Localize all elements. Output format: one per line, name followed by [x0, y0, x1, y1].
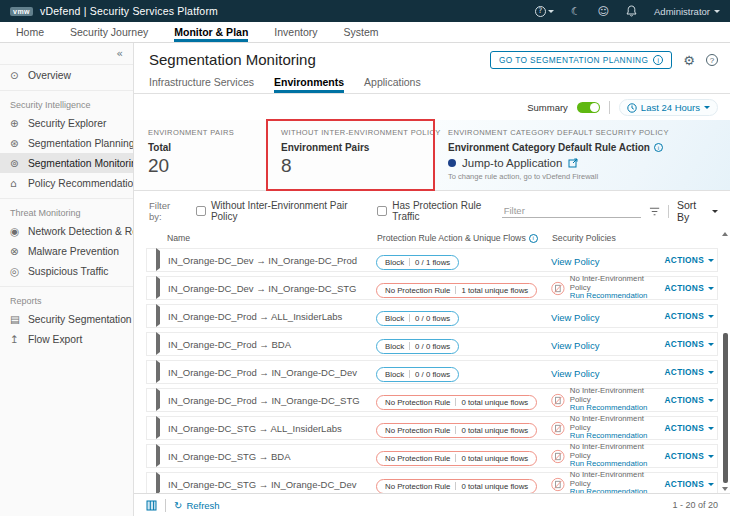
sidebar-item-overview[interactable]: ⊙Overview	[0, 65, 133, 85]
scroll-down-icon[interactable]	[722, 487, 728, 491]
actions-label: ACTIONS	[665, 339, 704, 349]
checkbox-icon[interactable]	[377, 206, 387, 216]
security-explorer-icon: ⊕	[10, 117, 22, 129]
row-actions-button[interactable]: ACTIONS	[659, 367, 717, 377]
filter-without-policy-checkbox[interactable]: Without Inter-Environment Pair Policy	[196, 200, 364, 222]
user-menu-button[interactable]: Administrator	[654, 6, 720, 17]
filter-funnel-icon[interactable]	[649, 207, 660, 216]
run-recommendation-link[interactable]: Run Recommendation	[570, 460, 659, 469]
sidebar-item-suspicious-traffic[interactable]: ◎Suspicious Traffic	[0, 261, 133, 281]
external-link-icon[interactable]	[568, 158, 578, 168]
sidebar-nav: ⊙OverviewSecurity Intelligence⊕Security …	[0, 65, 133, 349]
run-recommendation-link[interactable]: Run Recommendation	[570, 488, 659, 493]
nav-item-system[interactable]: System	[344, 26, 379, 42]
notifications-button[interactable]	[626, 5, 637, 17]
time-range-button[interactable]: Last 24 Hours	[619, 99, 718, 116]
row-actions-button[interactable]: ACTIONS	[659, 451, 717, 461]
page-help-button[interactable]: ?	[706, 54, 718, 66]
row-actions-button[interactable]: ACTIONS	[659, 311, 717, 321]
run-recommendation-link[interactable]: Run Recommendation	[570, 292, 659, 301]
chevron-down-icon	[708, 287, 714, 290]
view-policy-link[interactable]: View Policy	[551, 312, 599, 323]
card-header: ENVIRONMENT PAIRS	[148, 128, 253, 137]
column-settings-icon[interactable]	[146, 500, 157, 511]
rule-action-note: To change rule action, go to vDefend Fir…	[448, 172, 716, 181]
settings-button[interactable]: ⚙	[683, 54, 695, 67]
nav-item-security-journey[interactable]: Security Journey	[70, 26, 148, 42]
row-expand-icon[interactable]	[156, 360, 160, 383]
main-nav: Home Security Journey Monitor & Plan Inv…	[0, 22, 730, 43]
table-row: IN_Orange-DC_Prod → ALL_InsiderLabs Bloc…	[146, 304, 718, 328]
scroll-up-icon[interactable]	[722, 232, 728, 236]
nav-item-inventory[interactable]: Inventory	[274, 26, 317, 42]
policy-recommendations-icon: ⌂	[10, 177, 22, 189]
nav-item-home[interactable]: Home	[16, 26, 44, 42]
theme-toggle-button[interactable]: ☾	[571, 6, 581, 17]
sidebar-item-malware-prevention[interactable]: ⊗Malware Prevention	[0, 241, 133, 261]
row-expand-icon[interactable]	[156, 276, 160, 299]
row-actions-button[interactable]: ACTIONS	[659, 395, 717, 405]
feedback-button[interactable]: ☺	[598, 6, 609, 17]
malware-prevention-icon: ⊗	[10, 245, 22, 257]
refresh-button[interactable]: ↻ Refresh	[174, 500, 220, 511]
row-expand-icon[interactable]	[156, 416, 160, 439]
help-menu-button[interactable]: ?	[535, 6, 554, 17]
row-expand-icon[interactable]	[156, 388, 160, 411]
sidebar-item-policy-recommendations[interactable]: ⌂Policy Recommendations	[0, 173, 133, 193]
run-recommendation-link[interactable]: Run Recommendation	[570, 432, 659, 441]
run-recommendation-link[interactable]: Run Recommendation	[570, 404, 659, 413]
sidebar-item-segmentation-monitoring[interactable]: ⊚Segmentation Monitoring	[0, 153, 133, 173]
checkbox-icon[interactable]	[196, 206, 206, 216]
sidebar-item-security-segmentation-report[interactable]: ▤Security Segmentation R...	[0, 309, 133, 329]
tab-environments[interactable]: Environments	[274, 76, 344, 93]
protection-rule-pill: No Protection Rule 0 total unique flows	[376, 479, 537, 494]
nav-item-monitor-plan[interactable]: Monitor & Plan	[174, 26, 248, 42]
sidebar-collapse-button[interactable]: «	[0, 43, 133, 65]
sidebar-item-segmentation-planning[interactable]: ⊛Segmentation Planning	[0, 133, 133, 153]
row-expand-icon[interactable]	[156, 472, 160, 493]
sidebar-item-network-detection[interactable]: ◉Network Detection & Res...	[0, 221, 133, 241]
sort-by-label: Sort By	[677, 199, 708, 223]
row-actions-button[interactable]: ACTIONS	[659, 339, 717, 349]
sidebar-item-flow-export[interactable]: ↥Flow Export	[0, 329, 133, 349]
row-expand-icon[interactable]	[156, 444, 160, 467]
unique-flows-label: 0 / 0 flows	[415, 342, 450, 351]
row-actions-button[interactable]: ACTIONS	[659, 479, 717, 489]
row-actions-button[interactable]: ACTIONS	[659, 423, 717, 433]
table-scrollbar[interactable]	[721, 232, 729, 491]
sidebar-item-security-explorer[interactable]: ⊕Security Explorer	[0, 113, 133, 133]
checkbox-label: Has Protection Rule Traffic	[392, 200, 501, 222]
card-without-inter-environment-policy: WITHOUT INTER-ENVIRONMENT POLICY Environ…	[267, 120, 434, 190]
row-expand-icon[interactable]	[156, 304, 160, 327]
environment-pair-name: IN_Orange-DC_STG → IN_Orange-DC_Dev	[168, 479, 376, 490]
tab-applications[interactable]: Applications	[364, 76, 421, 93]
summary-label: Summary	[527, 102, 568, 113]
checkbox-label: Without Inter-Environment Pair Policy	[211, 200, 364, 222]
actions-label: ACTIONS	[665, 423, 704, 433]
view-policy-link[interactable]: View Policy	[551, 368, 599, 379]
environment-pairs-total: 20	[148, 155, 253, 177]
protection-rule-pill: Block 0 / 1 flows	[376, 255, 459, 270]
unique-flows-label: 0 total unique flows	[461, 398, 528, 407]
app-header: vmw vDefend | Security Services Platform…	[0, 0, 730, 22]
sort-by-button[interactable]: Sort By	[677, 199, 718, 223]
card-label: Environment Pairs	[281, 142, 420, 153]
scrollbar-thumb[interactable]	[723, 333, 728, 483]
tab-infrastructure-services[interactable]: Infrastructure Services	[149, 76, 254, 93]
filter-input[interactable]	[502, 204, 641, 218]
actions-label: ACTIONS	[665, 479, 704, 489]
card-header: WITHOUT INTER-ENVIRONMENT POLICY	[281, 128, 420, 137]
row-actions-button[interactable]: ACTIONS	[659, 255, 717, 265]
row-expand-icon[interactable]	[156, 332, 160, 355]
table-row: IN_Orange-DC_Prod → IN_Orange-DC_STG No …	[146, 388, 718, 412]
row-expand-icon[interactable]	[156, 248, 160, 271]
go-to-segmentation-planning-button[interactable]: GO TO SEGMENTATION PLANNING i	[490, 51, 672, 69]
protection-rule-pill: Block 0 / 0 flows	[376, 311, 459, 326]
help-icon: ?	[535, 6, 546, 17]
view-policy-link[interactable]: View Policy	[551, 256, 599, 267]
view-policy-link[interactable]: View Policy	[551, 340, 599, 351]
row-actions-button[interactable]: ACTIONS	[659, 283, 717, 293]
summary-toggle[interactable]	[577, 102, 600, 113]
info-icon: i	[654, 143, 663, 152]
filter-has-traffic-checkbox[interactable]: Has Protection Rule Traffic	[377, 200, 501, 222]
